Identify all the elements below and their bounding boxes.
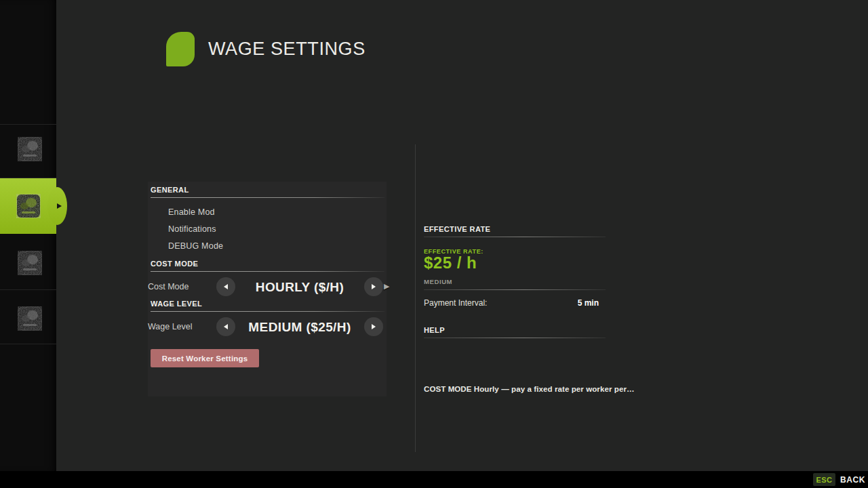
- section-title-cost-mode: COST MODE: [151, 260, 198, 268]
- section-underline: [424, 289, 606, 290]
- section-title-general: GENERAL: [151, 186, 189, 194]
- mod-icon: [18, 306, 42, 331]
- page-title: WAGE SETTINGS: [208, 39, 366, 60]
- wage-level-prev-button[interactable]: [216, 317, 235, 336]
- selected-item-arrow-icon: [57, 203, 62, 209]
- arrow-left-icon: [224, 324, 228, 329]
- wage-settings-logo-icon: [166, 32, 195, 66]
- sidebar-item-mod-3[interactable]: [0, 235, 56, 289]
- sidebar-item-mod-4[interactable]: [0, 289, 56, 344]
- cost-mode-prev-button[interactable]: [216, 277, 235, 296]
- mod-icon: [18, 251, 42, 275]
- sidebar-divider: [0, 344, 56, 344]
- sidebar-item-mod-1[interactable]: [0, 124, 56, 178]
- mouse-cursor-icon: ▶: [384, 282, 389, 291]
- section-underline: [424, 237, 606, 237]
- effective-rate-section-title: EFFECTIVE RATE: [424, 225, 490, 233]
- footer-bar: [0, 471, 868, 488]
- wage-level-badge: MEDIUM: [424, 278, 452, 285]
- cost-mode-value: HOURLY ($/H): [239, 280, 361, 295]
- cost-mode-label: Cost Mode: [148, 282, 189, 291]
- arrow-left-icon: [224, 284, 228, 289]
- option-enable-mod[interactable]: Enable Mod: [168, 207, 215, 217]
- wage-level-value: MEDIUM ($25/H): [239, 320, 361, 335]
- wage-level-next-button[interactable]: [364, 317, 383, 336]
- esc-key-button[interactable]: ESC: [813, 473, 835, 486]
- mod-icon: [16, 194, 41, 218]
- section-underline: [151, 311, 384, 312]
- panel-divider: [415, 144, 416, 452]
- payment-interval-label: Payment Interval:: [424, 298, 487, 308]
- payment-interval-row: Payment Interval: 5 min: [424, 298, 599, 308]
- back-button[interactable]: BACK: [840, 475, 865, 485]
- mod-icon: [18, 137, 42, 161]
- reset-worker-settings-button[interactable]: Reset Worker Settings: [151, 349, 259, 367]
- payment-interval-value: 5 min: [578, 298, 599, 308]
- section-title-wage-level: WAGE LEVEL: [151, 300, 202, 308]
- help-section-title: HELP: [424, 326, 445, 334]
- cost-mode-next-button[interactable]: [364, 277, 383, 296]
- effective-rate-value: $25 / h: [424, 253, 477, 272]
- arrow-right-icon: [372, 284, 376, 289]
- arrow-right-icon: [372, 324, 376, 329]
- settings-panel: GENERAL Enable Mod Notifications DEBUG M…: [148, 182, 387, 396]
- section-underline: [424, 338, 606, 338]
- section-underline: [151, 197, 384, 198]
- section-underline: [151, 271, 384, 272]
- option-notifications[interactable]: Notifications: [168, 224, 216, 234]
- wage-level-label: Wage Level: [148, 322, 193, 331]
- help-text: COST MODE Hourly — pay a fixed rate per …: [424, 385, 709, 393]
- option-debug-mode[interactable]: DEBUG Mode: [168, 241, 223, 251]
